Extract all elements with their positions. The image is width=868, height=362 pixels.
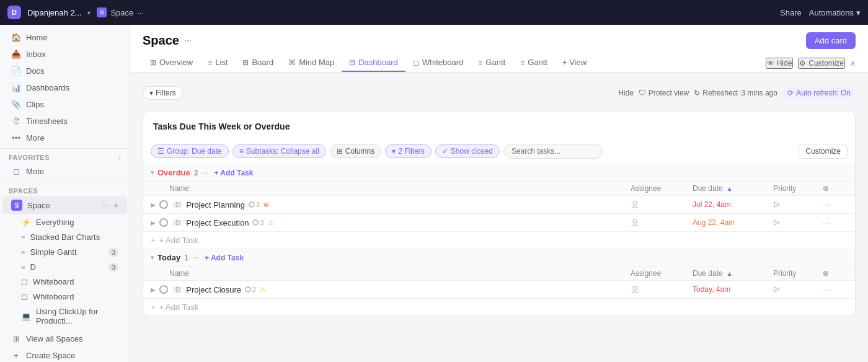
task-name-col: D Project Execution 3 ⚠	[173, 218, 631, 227]
task-more-button[interactable]: ···	[823, 218, 848, 227]
automations-chevron-icon: ▾	[856, 8, 861, 17]
sidebar-item-inbox[interactable]: 📥 Inbox	[2, 46, 127, 62]
space-plus-icon[interactable]: +	[113, 200, 118, 210]
workspace-name[interactable]: Dipanjenah 2...	[27, 8, 81, 17]
sidebar-everything-label: Everything	[36, 218, 118, 227]
overdue-dots-icon[interactable]: ···	[202, 169, 208, 177]
board-tab-icon: ⊞	[242, 58, 249, 67]
tab-dashboard[interactable]: ⊟ Dashboard	[342, 54, 405, 72]
overview-tab-icon: ⊞	[150, 58, 156, 67]
filters-count-pill[interactable]: ▾ 2 Filters	[385, 144, 432, 158]
columns-pill[interactable]: ⊞ Columns	[330, 144, 381, 158]
sidebar: 🏠 Home 📥 Inbox 📄 Docs 📊 Dashboards 📎 Cli…	[0, 25, 130, 362]
widget-title: Tasks Due This Week or Overdue	[143, 112, 855, 131]
search-tasks-input[interactable]	[503, 144, 603, 159]
task-more-button[interactable]: ···	[823, 200, 848, 210]
today-add-task-row[interactable]: + + Add Task	[143, 299, 855, 316]
overdue-add-task-label: + Add Task	[159, 236, 199, 245]
overdue-col-headers: Name Assignee Due date ▲ Priority ⊕	[143, 182, 855, 196]
tab-overview[interactable]: ⊞ Overview	[143, 54, 200, 72]
spaces-label: Spaces	[9, 187, 38, 195]
table-row[interactable]: ▶ D Project Execution 3 ⚠	[143, 214, 855, 232]
tab-gantt2[interactable]: ≡ Gantt	[513, 54, 555, 72]
tab-board[interactable]: ⊞ Board	[235, 54, 281, 72]
task-more-button[interactable]: ···	[823, 285, 848, 294]
share-button[interactable]: Share	[780, 8, 802, 17]
sidebar-item-timesheets[interactable]: ⏱ Timesheets	[2, 113, 127, 129]
today-add-task-link[interactable]: + Add Task	[205, 254, 244, 262]
show-closed-pill[interactable]: ✓ Show closed	[435, 144, 500, 158]
tab-list[interactable]: ≡ List	[200, 54, 235, 72]
task-expand-icon[interactable]: ▶	[151, 201, 156, 208]
sidebar-item-clips[interactable]: 📎 Clips	[2, 96, 127, 112]
tab-mind-map[interactable]: ⌘ Mind Map	[281, 54, 342, 72]
refresh-icon: ↻	[694, 89, 700, 97]
sidebar-item-dashboards[interactable]: 📊 Dashboards	[2, 79, 127, 95]
overdue-add-task-link[interactable]: + Add Task	[214, 169, 253, 177]
workspace-avatar[interactable]: D	[7, 6, 21, 19]
overdue-add-task-row[interactable]: + + Add Task	[143, 232, 855, 249]
collapse-button[interactable]: ∧	[850, 59, 856, 68]
hide-filter-button[interactable]: Hide	[618, 89, 634, 97]
favorites-chevron-icon: ›	[118, 154, 121, 161]
sidebar-view-all-spaces[interactable]: ⊞ View all Spaces	[2, 330, 127, 347]
create-space-icon: +	[11, 350, 21, 360]
sidebar-item-whiteboard2[interactable]: ◻ Whiteboard	[2, 289, 127, 304]
workspace-chevron-icon[interactable]: ▾	[87, 9, 91, 16]
sidebar-item-d[interactable]: ≡ D 3	[2, 260, 127, 274]
col-name-header2: Name	[169, 269, 631, 278]
sidebar-item-simple-gantt[interactable]: ≡ Simple Gantt 3	[2, 245, 127, 259]
topbar: D Dipanjenah 2... ▾ S Space ··· Share Au…	[0, 0, 868, 25]
sidebar-item-using-clickup[interactable]: 💻 Using ClickUp for Producti...	[2, 304, 127, 328]
tab-add-view[interactable]: + View	[555, 54, 594, 72]
sidebar-space-item[interactable]: S Space ··· +	[2, 196, 127, 214]
add-task-plus-icon2: +	[151, 302, 156, 312]
tab-gantt1[interactable]: ≡ Gantt	[471, 54, 513, 72]
task-expand-icon[interactable]: ▶	[151, 219, 156, 226]
breadcrumb-dots[interactable]: ···	[137, 8, 144, 17]
customize-button[interactable]: ⚙ Customize	[798, 58, 845, 69]
task-name: Project Execution	[186, 218, 249, 227]
sidebar-item-docs[interactable]: 📄 Docs	[2, 63, 127, 79]
page-title-dots[interactable]: ···	[184, 36, 192, 46]
today-collapse-icon[interactable]: ▾	[151, 254, 154, 261]
auto-refresh-icon: ⟳	[787, 89, 794, 97]
add-card-button[interactable]: Add card	[806, 32, 856, 49]
task-assignee	[631, 200, 693, 209]
customize-widget-button[interactable]: Customize	[799, 144, 848, 159]
space-dots-icon[interactable]: ···	[102, 201, 108, 210]
tab-whiteboard[interactable]: ◻ Whiteboard	[405, 54, 471, 72]
group-by-pill[interactable]: ☰ Group: Due date	[151, 144, 229, 158]
protect-view-label: 🛡 Protect view	[639, 89, 689, 97]
table-row[interactable]: ▶ D Project Planning 3 ⊗	[143, 196, 855, 214]
task-expand-icon[interactable]: ▶	[151, 286, 156, 293]
task-due-date: Jul 22, 4am	[693, 200, 773, 209]
sidebar-item-home[interactable]: 🏠 Home	[2, 29, 127, 45]
sidebar-item-mote[interactable]: ◻ Mote	[2, 163, 127, 179]
automations-button[interactable]: Automations ▾	[809, 8, 861, 17]
tab-whiteboard-label: Whiteboard	[422, 58, 463, 67]
sidebar-item-stacked-charts[interactable]: ≡ Stacked Bar Charts	[2, 230, 127, 244]
sidebar-create-space[interactable]: + Create Space	[2, 347, 127, 362]
today-dots-icon[interactable]: ···	[192, 254, 198, 262]
filter-bar-right: Hide 🛡 Protect view ↻ Refreshed: 3 mins …	[618, 87, 856, 99]
whiteboard2-icon: ◻	[21, 292, 28, 301]
widget-scroll-area[interactable]: ▾ Overdue 2 ··· + Add Task Name Assignee…	[143, 164, 855, 316]
space-sidebar-icon: S	[11, 200, 22, 211]
sidebar-item-more[interactable]: ••• More	[2, 130, 127, 146]
hide-button[interactable]: 👁 Hide	[766, 58, 794, 69]
table-row[interactable]: ▶ D Project Closure 2 ⚠	[143, 281, 855, 299]
task-warn-yellow-icon: ⚠	[260, 286, 266, 294]
auto-refresh-label[interactable]: ⟳ Auto refresh: On	[782, 87, 856, 99]
svg-point-5	[633, 286, 637, 290]
sidebar-divider2	[0, 182, 130, 182]
col-assignee-header: Assignee	[631, 184, 693, 193]
subtasks-pill[interactable]: ≡ Subtasks: Collapse all	[232, 144, 326, 158]
favorites-label: Favorites	[9, 154, 50, 161]
filters-pill[interactable]: ▾ Filters	[143, 86, 183, 100]
task-warn-icon: ⊗	[264, 201, 269, 209]
overdue-collapse-icon[interactable]: ▾	[151, 169, 154, 176]
sidebar-item-whiteboard1[interactable]: ◻ Whiteboard	[2, 275, 127, 289]
filter-count-icon: ▾	[392, 147, 396, 156]
sidebar-item-everything[interactable]: ⚡ Everything	[2, 214, 127, 229]
